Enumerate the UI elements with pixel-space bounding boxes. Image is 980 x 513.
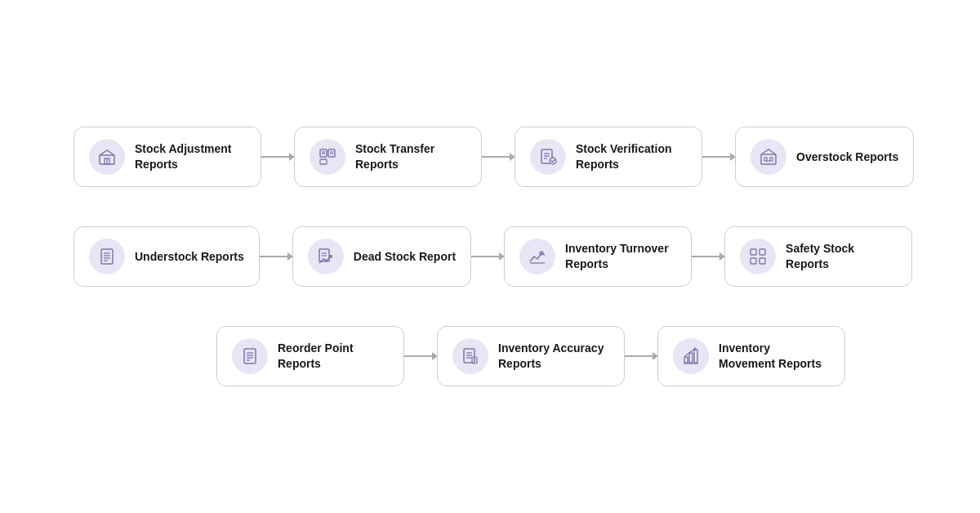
bar-chart-icon xyxy=(673,338,709,374)
grid-icon xyxy=(740,239,776,274)
node-inventory-accuracy-label: Inventory Accuracy Reports xyxy=(498,341,609,372)
list-icon xyxy=(89,239,125,274)
svg-rect-33 xyxy=(244,349,256,364)
doc-list-icon xyxy=(452,338,488,374)
node-understock-label: Understock Reports xyxy=(135,249,244,265)
node-inventory-movement-label: Inventory Movement Reports xyxy=(719,341,830,372)
trend-icon xyxy=(519,239,555,274)
row-1: Stock Adjustment Reports Stock Transfer … xyxy=(74,127,939,187)
connector-2-3 xyxy=(692,256,724,257)
node-stock-verification-label: Stock Verification Reports xyxy=(576,141,687,172)
node-understock[interactable]: Understock Reports xyxy=(74,226,260,287)
warehouse-icon xyxy=(89,139,125,175)
svg-rect-45 xyxy=(684,357,688,363)
verify-icon xyxy=(530,139,566,175)
svg-rect-16 xyxy=(764,158,767,161)
connector-2-2 xyxy=(471,256,504,257)
node-stock-adjustment[interactable]: Stock Adjustment Reports xyxy=(74,127,261,187)
row-2: Understock Reports Dead Stock Report xyxy=(74,226,939,287)
node-stock-adjustment-label: Stock Adjustment Reports xyxy=(135,141,246,172)
svg-rect-32 xyxy=(760,258,765,264)
node-stock-transfer[interactable]: Stock Transfer Reports xyxy=(294,127,482,187)
node-inventory-accuracy[interactable]: Inventory Accuracy Reports xyxy=(437,326,625,386)
svg-point-49 xyxy=(694,348,697,350)
chart-down-icon xyxy=(308,239,344,274)
node-overstock-label: Overstock Reports xyxy=(796,149,898,165)
svg-rect-46 xyxy=(689,353,693,363)
node-safety-stock-label: Safety Stock Reports xyxy=(786,241,897,272)
node-dead-stock-label: Dead Stock Report xyxy=(354,249,456,265)
svg-rect-5 xyxy=(320,159,327,164)
transfer-icon xyxy=(310,139,345,175)
node-inventory-turnover-label: Inventory Turnover Reports xyxy=(565,241,676,272)
node-reorder-point-label: Reorder Point Reports xyxy=(278,341,389,372)
connector-2-1 xyxy=(260,256,292,257)
row-3: Reorder Point Reports Inventory Accuracy… xyxy=(122,326,939,386)
node-safety-stock[interactable]: Safety Stock Reports xyxy=(724,226,912,287)
diagram: Stock Adjustment Reports Stock Transfer … xyxy=(41,102,939,411)
svg-rect-19 xyxy=(101,249,113,264)
connector-3-2 xyxy=(625,355,657,357)
node-stock-verification[interactable]: Stock Verification Reports xyxy=(514,127,702,187)
node-reorder-point[interactable]: Reorder Point Reports xyxy=(216,326,404,386)
node-inventory-turnover[interactable]: Inventory Turnover Reports xyxy=(504,226,692,287)
svg-rect-17 xyxy=(770,158,773,161)
node-stock-transfer-label: Stock Transfer Reports xyxy=(355,141,466,172)
node-inventory-movement[interactable]: Inventory Movement Reports xyxy=(657,326,845,386)
node-overstock[interactable]: Overstock Reports xyxy=(735,127,914,187)
svg-rect-30 xyxy=(760,249,765,255)
connector-3-1 xyxy=(404,355,437,357)
connector-1-1 xyxy=(261,156,294,158)
node-dead-stock[interactable]: Dead Stock Report xyxy=(292,226,471,287)
connector-1-3 xyxy=(702,156,735,158)
connector-1-2 xyxy=(482,156,514,158)
svg-rect-31 xyxy=(751,258,756,264)
building-icon xyxy=(751,139,786,175)
svg-rect-47 xyxy=(694,350,697,363)
svg-rect-15 xyxy=(761,154,776,164)
svg-rect-29 xyxy=(751,249,756,255)
doc-icon xyxy=(232,338,268,374)
